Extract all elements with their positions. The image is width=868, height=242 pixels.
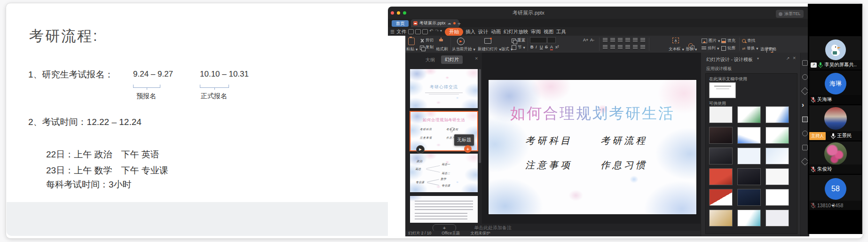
replace-button[interactable]: ⇄替换▾ [742,46,758,51]
export-icon[interactable] [415,29,421,34]
indent-increase-icon[interactable] [625,38,630,42]
design-pane-expand-icon[interactable]: ↗ [786,56,790,61]
design-pane-active-icon[interactable] [802,117,808,122]
animation-pane-icon[interactable] [802,60,808,66]
panel-close-icon[interactable]: × [475,55,478,61]
font-name-input[interactable] [530,37,547,43]
arrange-button[interactable]: 排列▾ [702,46,719,51]
outline-button[interactable]: 轮廓 [721,46,735,51]
fill-button[interactable]: 填充 [721,38,735,44]
tab-outline[interactable]: 大纲 [426,57,435,63]
template-thumb[interactable] [709,210,733,226]
menu-file[interactable]: 文件 [396,29,406,35]
shapes-pane-icon[interactable] [802,74,808,80]
template-thumb[interactable] [765,127,789,144]
tab-design[interactable]: 设计 [478,29,488,35]
text-direction-icon[interactable] [633,38,638,42]
vertical-align-icon[interactable] [640,45,645,49]
template-thumb[interactable] [765,148,789,164]
comments-pane-icon[interactable] [802,131,808,136]
design-pane-dropdown-icon[interactable]: ▾ [757,56,759,61]
participant-tile[interactable]: ↗ 李昊的屏幕共.. [809,36,862,70]
slide-thumbnail-1[interactable]: 考研心得交流 [410,69,478,108]
template-thumb[interactable] [709,106,733,123]
play-from-current-icon[interactable]: ▶ [457,38,465,45]
thumb2-add-button[interactable]: + [464,145,472,153]
superscript-button[interactable]: x² [555,45,559,49]
strikethrough-button[interactable]: S [545,45,548,49]
undo-icon[interactable]: ↶ [429,28,433,33]
tab-view[interactable]: 视图 [544,29,553,35]
layout-button[interactable]: 版式▾ [501,47,513,52]
decrease-font-button[interactable]: A- [590,38,594,42]
save-icon[interactable] [408,29,414,34]
format-painter-icon[interactable] [439,38,443,41]
participant-tile[interactable]: 58 13810 8458 [809,175,862,210]
template-thumb[interactable] [709,127,733,144]
print-icon[interactable] [422,29,428,34]
participant-tile[interactable]: 主持人 王景民 [809,105,862,141]
slide-thumbnail-4[interactable] [410,196,478,223]
template-thumb[interactable] [765,168,789,185]
picture-button[interactable]: 图片▾ [702,38,720,44]
tab-slides[interactable]: 幻灯片 [441,55,463,64]
hamburger-icon[interactable]: ☰ [390,29,395,34]
notes-bar[interactable] [482,224,701,231]
align-center-icon[interactable] [610,45,615,49]
line-spacing-icon[interactable] [640,38,645,42]
template-thumb[interactable] [709,148,733,164]
account-chip[interactable]: 涂墨TEL [776,10,804,18]
used-template-thumb[interactable] [709,82,736,98]
format-painter-button[interactable]: 格式刷 [436,47,448,52]
template-thumb[interactable] [765,106,789,123]
columns-icon[interactable] [633,45,638,49]
tab-insert[interactable]: 插入 [466,29,475,35]
italic-button[interactable]: I [536,45,537,49]
template-thumb[interactable] [737,210,761,226]
current-slide[interactable]: 如何合理规划考研生活 考研科目 考研流程 注意事项 作息习惯 [489,80,696,214]
slide-thumbnail-3[interactable]: 政治 英语 专业课 英语一 英语二 数学 专业课 [410,154,478,192]
mac-zoom-icon[interactable] [403,11,406,15]
document-tab[interactable]: 考研展示.pptx ☁ [411,19,459,27]
bullets-icon[interactable] [603,38,608,42]
bold-button[interactable]: B [530,45,534,49]
selection-pane-button[interactable]: 选择窗格 [760,47,776,52]
find-button[interactable]: 查找 [742,38,755,44]
template-thumb[interactable] [765,210,789,226]
template-thumb[interactable] [737,106,761,123]
new-slide-button[interactable]: 新建幻灯片▾ [478,47,501,52]
paste-button[interactable]: 粘贴▾ [406,47,418,52]
mac-minimize-icon[interactable] [397,11,400,15]
section-button[interactable]: 节▾ [512,45,525,50]
align-left-icon[interactable] [603,45,608,49]
shape-button[interactable]: 形状▾ [686,47,697,52]
template-thumb[interactable] [737,148,761,164]
tab-tools[interactable]: 工具 [556,29,566,35]
template-thumb[interactable] [765,189,789,206]
collapse-pane-icon[interactable]: › [802,101,804,109]
tab-review[interactable]: 审阅 [531,29,541,35]
font-size-input[interactable] [547,37,556,43]
notes-placeholder[interactable]: 单击此处添加备注 [474,225,512,231]
paste-icon[interactable] [408,38,415,45]
participant-tile[interactable]: 朱俊玲 [809,141,862,174]
numbering-icon[interactable] [610,38,615,42]
reset-button[interactable]: 重置 [512,38,525,43]
quickbar-more-icon[interactable]: ▾ [440,29,442,33]
design-pane-close-icon[interactable]: × [793,55,796,61]
increase-font-button[interactable]: A+ [583,38,588,42]
align-right-icon[interactable] [618,45,623,49]
redo-icon[interactable]: ↷ [435,28,439,33]
participant-tile[interactable]: 海琳 关海琳 [809,70,862,104]
indent-decrease-icon[interactable] [618,38,623,42]
thumb2-play-button[interactable]: ▶ [416,145,425,154]
mac-close-icon[interactable] [391,11,394,15]
text-box-icon[interactable]: A [672,38,679,43]
sidebar-collapse-icon[interactable]: ⌄ [830,201,836,208]
new-tab-button[interactable]: + [458,21,461,27]
template-thumb[interactable] [709,189,733,206]
text-box-button[interactable]: 文本框▾ [669,47,684,52]
new-slide-icon[interactable] [484,38,491,44]
font-color-button[interactable]: A [550,45,553,50]
tab-start[interactable]: 开始 [445,28,463,36]
